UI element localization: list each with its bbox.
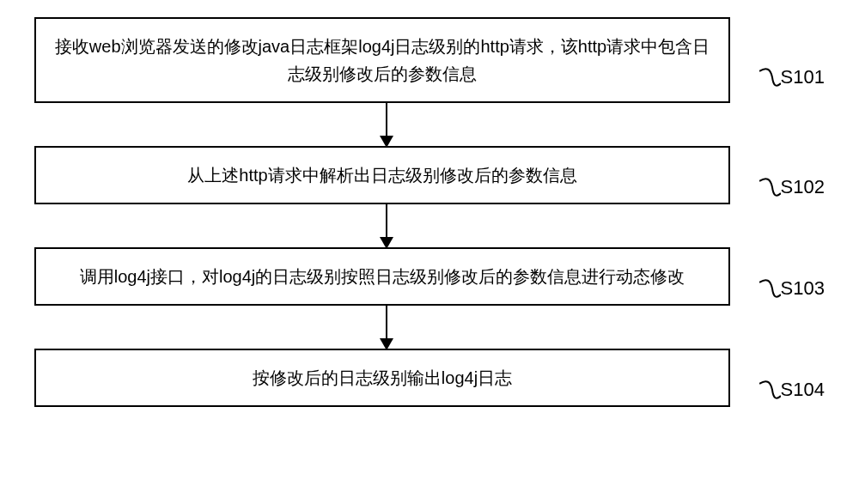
step-label-2: S102 xyxy=(781,176,825,198)
step-label-1: S101 xyxy=(781,66,825,88)
step-text-3: 调用log4j接口，对log4j的日志级别按照日志级别修改后的参数信息进行动态修… xyxy=(80,267,685,286)
connector-curve-3 xyxy=(759,276,781,301)
step-row-2: 从上述http请求中解析出日志级别修改后的参数信息 S102 xyxy=(34,146,825,204)
step-box-3: 调用log4j接口，对log4j的日志级别按照日志级别修改后的参数信息进行动态修… xyxy=(34,247,730,306)
step-text-1: 接收web浏览器发送的修改java日志框架log4j日志级别的http请求，该h… xyxy=(55,37,710,83)
arrow-2-3 xyxy=(386,204,387,247)
step-text-4: 按修改后的日志级别输出log4j日志 xyxy=(253,368,512,387)
connector-curve-2 xyxy=(759,174,781,200)
step-label-3: S103 xyxy=(781,277,825,300)
step-label-group-1: S101 xyxy=(759,64,825,90)
connector-curve-1 xyxy=(759,64,781,90)
step-box-1: 接收web浏览器发送的修改java日志框架log4j日志级别的http请求，该h… xyxy=(34,17,730,103)
step-row-1: 接收web浏览器发送的修改java日志框架log4j日志级别的http请求，该h… xyxy=(34,17,825,103)
step-label-4: S104 xyxy=(781,379,825,401)
step-row-4: 按修改后的日志级别输出log4j日志 S104 xyxy=(34,349,825,407)
arrow-1-2 xyxy=(386,103,387,146)
step-label-group-4: S104 xyxy=(759,377,825,403)
flowchart-container: 接收web浏览器发送的修改java日志框架log4j日志级别的http请求，该h… xyxy=(34,17,825,407)
step-label-group-3: S103 xyxy=(759,276,825,301)
step-row-3: 调用log4j接口，对log4j的日志级别按照日志级别修改后的参数信息进行动态修… xyxy=(34,247,825,306)
step-text-2: 从上述http请求中解析出日志级别修改后的参数信息 xyxy=(187,166,576,185)
connector-curve-4 xyxy=(759,377,781,403)
step-box-4: 按修改后的日志级别输出log4j日志 xyxy=(34,349,730,407)
arrow-3-4 xyxy=(386,306,387,349)
step-box-2: 从上述http请求中解析出日志级别修改后的参数信息 xyxy=(34,146,730,204)
step-label-group-2: S102 xyxy=(759,174,825,200)
